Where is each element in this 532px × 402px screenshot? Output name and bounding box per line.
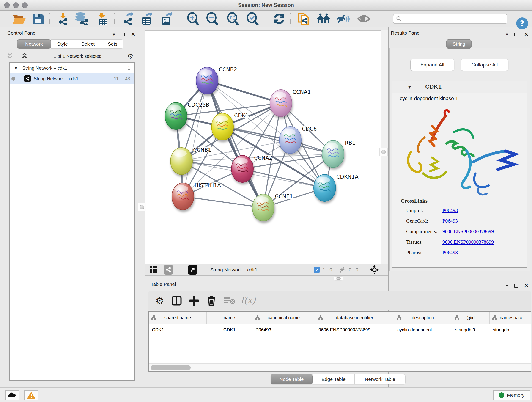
clone-network-icon[interactable]	[296, 12, 312, 25]
tab-style[interactable]: Style	[51, 39, 74, 49]
float-panel-icon[interactable]	[514, 284, 518, 288]
network-node-ccne1[interactable]: CCNE1	[252, 193, 293, 221]
tab-sets[interactable]: Sets	[102, 39, 123, 49]
cell-shared-name[interactable]: CDK1	[149, 324, 207, 336]
select-first-neighbors-icon[interactable]	[315, 12, 333, 25]
cell-id[interactable]: stringdb:9...	[452, 324, 490, 336]
import-table-from-file-icon[interactable]	[94, 12, 110, 25]
network-collection-row[interactable]: ▼ String Network – cdk1 1	[10, 63, 134, 73]
network-edge[interactable]	[207, 81, 263, 208]
collapse-all-icon[interactable]	[6, 52, 13, 60]
table-options-gear-icon[interactable]: ⚙	[154, 294, 166, 307]
network-list-options-gear-icon[interactable]: ⚙	[127, 52, 133, 60]
close-panel-icon[interactable]: ✕	[131, 32, 135, 37]
export-image-icon[interactable]	[158, 12, 175, 25]
selected-checkbox-icon[interactable]	[314, 267, 320, 273]
network-edge[interactable]	[207, 81, 281, 103]
import-network-from-file-icon[interactable]	[55, 12, 71, 25]
save-session-icon[interactable]	[31, 12, 45, 25]
network-node-ccna2[interactable]: CCNA2	[231, 155, 272, 182]
crosslink-pharos-link[interactable]: P06493	[443, 249, 458, 255]
cell-namespace[interactable]: stringdb	[490, 324, 531, 336]
search-input[interactable]	[402, 16, 507, 22]
crosslink-uniprot-link[interactable]: P06493	[443, 207, 458, 213]
help-button[interactable]: ?	[516, 17, 528, 29]
zoom-selected-icon[interactable]	[245, 12, 261, 25]
network-edge[interactable]	[242, 169, 325, 188]
cell-canonical-name[interactable]: P06493	[252, 324, 315, 336]
tab-node-table[interactable]: Node Table	[271, 374, 312, 384]
open-session-icon[interactable]	[10, 12, 28, 25]
show-columns-icon[interactable]	[170, 294, 183, 307]
column-header-shared-name[interactable]: shared name	[149, 312, 207, 324]
column-header-database-identifier[interactable]: database identifier	[315, 312, 394, 324]
crosslink-compartments-link[interactable]: 9606.ENSP00000378699	[443, 229, 494, 235]
tab-string[interactable]: String	[446, 39, 472, 49]
table-row[interactable]: CDK1 CDK1 P06493 9606.ENSP00000378699 cy…	[149, 324, 531, 336]
show-all-icon[interactable]	[356, 12, 371, 25]
pan-crosshair-icon[interactable]	[369, 265, 380, 275]
float-panel-icon[interactable]	[121, 32, 125, 36]
collapse-all-button[interactable]: Collapse All	[461, 59, 508, 71]
import-network-from-database-icon[interactable]	[73, 12, 90, 25]
create-column-plus-icon[interactable]	[188, 294, 201, 307]
minimize-panel-icon[interactable]: ▾	[506, 283, 508, 288]
network-edge[interactable]	[183, 81, 207, 196]
network-node-hist1h1a[interactable]: HIST1H1A	[172, 182, 221, 210]
crosslink-tissues-link[interactable]: 9606.ENSP00000378699	[443, 239, 494, 245]
splitter-handle-bottom[interactable]	[334, 276, 343, 281]
column-header-id[interactable]: @id	[452, 312, 490, 324]
network-node-ccnb2[interactable]: CCNB2	[196, 66, 237, 94]
splitter-handle-left[interactable]	[138, 203, 146, 211]
export-table-icon[interactable]	[139, 12, 155, 25]
close-panel-icon[interactable]: ✕	[524, 283, 529, 288]
tab-select[interactable]: Select	[74, 39, 102, 49]
refresh-view-icon[interactable]	[272, 12, 286, 25]
cell-name[interactable]: CDK1	[207, 324, 252, 336]
cell-database-identifier[interactable]: 9606.ENSP00000378699	[315, 324, 394, 336]
protein-card-header[interactable]: ▼ CDK1	[393, 81, 527, 93]
memory-button[interactable]: Memory	[493, 390, 530, 400]
column-header-name[interactable]: name	[207, 312, 252, 324]
expand-all-icon[interactable]	[21, 52, 28, 60]
zoom-in-icon[interactable]	[185, 12, 201, 25]
tab-network[interactable]: Network	[17, 39, 51, 49]
network-node-rb1[interactable]: RB1	[322, 140, 355, 167]
network-node-cdkn1a[interactable]: CDKN1A	[314, 174, 359, 201]
minimize-panel-icon[interactable]: ▾	[113, 32, 115, 37]
hide-selected-icon[interactable]	[335, 12, 351, 25]
column-header-namespace[interactable]: namespace	[490, 312, 531, 324]
table-horizontal-scrollbar[interactable]	[149, 364, 531, 371]
network-row[interactable]: String Network – cdk1 11 48	[10, 73, 134, 84]
network-edge[interactable]	[183, 196, 263, 208]
tab-network-table[interactable]: Network Table	[355, 374, 405, 384]
column-header-description[interactable]: description	[394, 312, 452, 324]
birds-eye-grid-icon[interactable]	[149, 265, 158, 274]
delete-table-icon[interactable]	[222, 294, 236, 307]
zoom-fit-content-icon[interactable]	[225, 12, 241, 25]
cloud-status-button[interactable]	[5, 390, 19, 400]
zoom-out-icon[interactable]	[204, 12, 220, 25]
scrollbar-thumb[interactable]	[151, 365, 191, 370]
collapse-section-icon[interactable]: ▼	[408, 85, 411, 89]
tree-expander-icon[interactable]: ▼	[15, 66, 17, 70]
tab-edge-table[interactable]: Edge Table	[312, 374, 355, 384]
network-node-ccnb1[interactable]: CCNB1	[171, 147, 211, 175]
cell-description[interactable]: cyclin-dependent ...	[394, 324, 452, 336]
column-header-canonical-name[interactable]: canonical name	[252, 312, 315, 324]
network-node-cdc6[interactable]: CDC6	[279, 126, 317, 153]
float-panel-icon[interactable]	[514, 32, 518, 36]
network-node-cdk1[interactable]: CDK1	[211, 113, 249, 140]
warnings-button[interactable]	[24, 390, 38, 400]
open-in-new-window-icon[interactable]	[188, 265, 197, 274]
close-panel-icon[interactable]: ✕	[524, 32, 529, 37]
export-network-icon[interactable]	[120, 12, 136, 25]
minimize-panel-icon[interactable]: ▾	[506, 32, 508, 37]
crosslink-genecard-link[interactable]: P06493	[443, 218, 458, 224]
hidden-eye-icon[interactable]	[339, 267, 346, 273]
function-builder-fx[interactable]: f(x)	[239, 294, 257, 307]
expand-all-button[interactable]: Expand All	[410, 59, 454, 71]
delete-column-trash-icon[interactable]	[205, 294, 218, 307]
splitter-handle-right[interactable]	[380, 148, 388, 156]
network-view-canvas[interactable]: CCNB2CCNA1CDC25BCDK1CDC6RB1CCNB1CCNA2CDK…	[145, 31, 381, 264]
